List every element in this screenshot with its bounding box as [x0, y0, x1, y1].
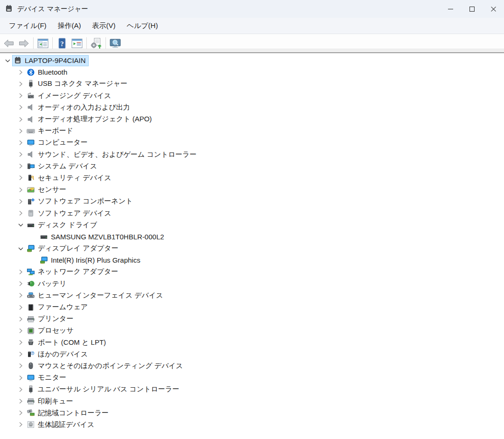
tree-item-sensors[interactable]: センサー [0, 184, 504, 195]
tree-item-content[interactable]: LAPTOP-9P4CIAIN [12, 55, 89, 66]
tree-item-storage-controllers[interactable]: 記憶域コントローラー [0, 407, 504, 419]
tree-item-security-devices[interactable]: セキュリティ デバイス [0, 172, 504, 184]
tree-item-printers[interactable]: プリンター [0, 313, 504, 325]
tree-item-monitors[interactable]: モニター [0, 372, 504, 383]
back-button[interactable] [1, 36, 16, 51]
tree-item-content[interactable]: ソフトウェア コンポーネント [25, 196, 135, 207]
chevron-right-icon[interactable] [16, 209, 25, 218]
chevron-right-icon[interactable] [16, 338, 25, 347]
tree-item-usb-connector-manager[interactable]: USB コネクタ マネージャー [0, 78, 504, 90]
chevron-right-icon[interactable] [16, 150, 25, 159]
tree-item-batteries[interactable]: バッテリ [0, 278, 504, 290]
properties-button[interactable] [70, 36, 84, 51]
tree-item-bluetooth[interactable]: Bluetooth [0, 66, 504, 78]
tree-item-disk-drives[interactable]: ディスク ドライブ [0, 219, 504, 231]
tree-item-content[interactable]: ファームウェア [25, 302, 91, 313]
chevron-right-icon[interactable] [16, 361, 25, 370]
tree-item-content[interactable]: ディスク ドライブ [25, 219, 100, 230]
tree-item-biometric-devices[interactable]: 生体認証デバイス [0, 419, 504, 431]
tree-item-system-devices[interactable]: システム デバイス [0, 160, 504, 172]
chevron-right-icon[interactable] [16, 349, 25, 359]
tree-item-content[interactable]: ネットワーク アダプター [25, 266, 121, 278]
tree-item-content[interactable]: USB コネクタ マネージャー [25, 78, 130, 90]
tree-item-mice-pointing-devices[interactable]: マウスとそのほかのポインティング デバイス [0, 360, 504, 372]
tree-item-content[interactable]: 生体認証デバイス [25, 419, 97, 430]
tree-item-audio-processing-objects[interactable]: オーディオ処理オブジェクト (APO) [0, 113, 504, 125]
minimize-button[interactable] [440, 0, 461, 18]
close-button[interactable] [483, 0, 504, 18]
menu-item-help[interactable]: ヘルプ(H) [122, 19, 163, 33]
tree-item-imaging-devices[interactable]: イメージング デバイス [0, 90, 504, 102]
tree-item-content[interactable]: プロセッサ [25, 325, 77, 336]
chevron-right-icon[interactable] [16, 291, 25, 300]
tree-item-content[interactable]: モニター [25, 372, 69, 383]
chevron-down-icon[interactable] [16, 244, 25, 253]
chevron-right-icon[interactable] [16, 373, 25, 383]
tree-item-software-components[interactable]: ソフトウェア コンポーネント [0, 195, 504, 207]
help-button[interactable]: ? [55, 36, 70, 51]
tree-item-content[interactable]: 記憶域コントローラー [25, 407, 112, 418]
chevron-right-icon[interactable] [16, 385, 25, 394]
tree-item-content[interactable]: 印刷キュー [25, 396, 76, 407]
chevron-right-icon[interactable] [16, 397, 25, 406]
chevron-right-icon[interactable] [16, 303, 25, 312]
tree-item-content[interactable]: ユニバーサル シリアル バス コントローラー [25, 384, 182, 395]
tree-item-sound-video-game[interactable]: サウンド、ビデオ、およびゲーム コントローラー [0, 149, 504, 160]
chevron-right-icon[interactable] [16, 126, 25, 136]
chevron-down-icon[interactable] [3, 56, 12, 65]
tree-item-content[interactable]: バッテリ [25, 278, 69, 289]
tree-item-network-adapters[interactable]: ネットワーク アダプター [0, 266, 504, 278]
show-hide-console-tree-button[interactable] [35, 36, 50, 51]
forward-button[interactable] [16, 36, 31, 51]
tree-item-content[interactable]: マウスとそのほかのポインティング デバイス [25, 360, 186, 371]
maximize-button[interactable] [461, 0, 483, 18]
chevron-right-icon[interactable] [16, 267, 25, 277]
remote-computer-button[interactable] [108, 36, 123, 51]
tree-item-content[interactable]: セキュリティ デバイス [25, 172, 114, 183]
chevron-right-icon[interactable] [16, 185, 25, 195]
tree-item-content[interactable]: SAMSUNG MZVLB1T0HBLR-000L2 [38, 231, 167, 242]
tree-item-content[interactable]: オーディオの入力および出力 [25, 102, 133, 113]
tree-item-usb-controllers[interactable]: ユニバーサル シリアル バス コントローラー [0, 383, 504, 395]
tree-item-content[interactable]: プリンター [25, 314, 76, 325]
tree-item-processors[interactable]: プロセッサ [0, 325, 504, 336]
chevron-right-icon[interactable] [16, 314, 25, 324]
tree-item-content[interactable]: センサー [25, 184, 69, 195]
tree-item-content[interactable]: イメージング デバイス [25, 90, 114, 101]
tree-item-root-computer[interactable]: LAPTOP-9P4CIAIN [0, 55, 504, 66]
tree-item-software-devices[interactable]: ソフトウェア デバイス [0, 207, 504, 219]
scan-hardware-changes-button[interactable] [89, 36, 104, 51]
tree-item-content[interactable]: ?ほかのデバイス [25, 348, 91, 360]
tree-item-content[interactable]: Bluetooth [25, 67, 70, 78]
tree-item-keyboards[interactable]: キーボード [0, 125, 504, 137]
chevron-right-icon[interactable] [16, 79, 25, 89]
tree-item-content[interactable]: Intel(R) Iris(R) Plus Graphics [38, 255, 143, 266]
tree-item-display-intel-iris[interactable]: Intel(R) Iris(R) Plus Graphics [0, 254, 504, 266]
tree-item-content[interactable]: ヒューマン インターフェイス デバイス [25, 290, 166, 301]
tree-item-ports-com-lpt[interactable]: ポート (COM と LPT) [0, 337, 504, 348]
tree-item-content[interactable]: ソフトウェア デバイス [25, 208, 114, 219]
tree-item-audio-inputs-outputs[interactable]: オーディオの入力および出力 [0, 102, 504, 113]
menu-item-action[interactable]: 操作(A) [53, 19, 86, 33]
chevron-right-icon[interactable] [16, 279, 25, 288]
chevron-right-icon[interactable] [16, 103, 25, 112]
tree-item-content[interactable]: システム デバイス [25, 160, 100, 172]
tree-item-human-interface-devices[interactable]: ヒューマン インターフェイス デバイス [0, 290, 504, 301]
tree-item-display-adapters[interactable]: ディスプレイ アダプター [0, 243, 504, 254]
tree-item-content[interactable]: キーボード [25, 125, 76, 137]
tree-item-content[interactable]: ディスプレイ アダプター [25, 243, 121, 254]
tree-item-disk-samsung[interactable]: SAMSUNG MZVLB1T0HBLR-000L2 [0, 231, 504, 243]
chevron-right-icon[interactable] [16, 408, 25, 418]
chevron-right-icon[interactable] [16, 91, 25, 100]
chevron-right-icon[interactable] [16, 138, 25, 147]
chevron-right-icon[interactable] [16, 115, 25, 124]
tree-item-print-queues[interactable]: 印刷キュー [0, 395, 504, 407]
chevron-right-icon[interactable] [16, 420, 25, 429]
menu-item-file[interactable]: ファイル(F) [4, 19, 52, 33]
chevron-right-icon[interactable] [16, 197, 25, 206]
tree-item-computer[interactable]: コンピューター [0, 137, 504, 148]
tree-item-other-devices[interactable]: ?ほかのデバイス [0, 348, 504, 360]
tree-item-firmware[interactable]: ファームウェア [0, 301, 504, 313]
chevron-right-icon[interactable] [16, 326, 25, 335]
chevron-right-icon[interactable] [16, 68, 25, 77]
